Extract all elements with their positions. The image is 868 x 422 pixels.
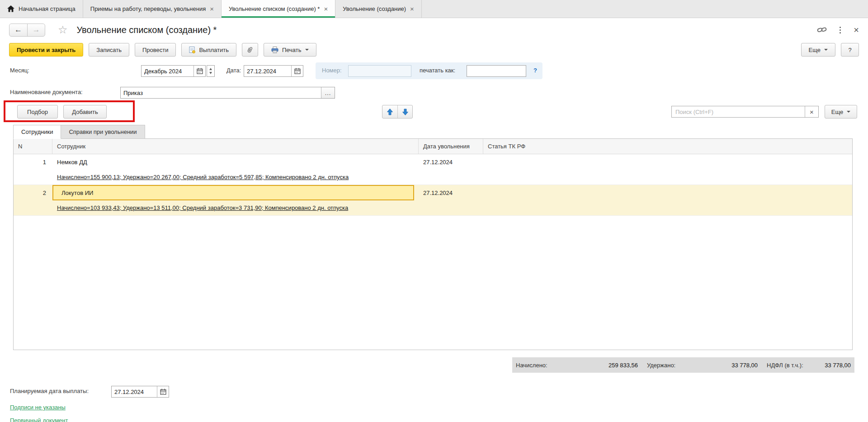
favorite-star-icon[interactable]: ☆ — [58, 24, 68, 35]
tab-close-icon[interactable]: × — [324, 5, 328, 12]
pick-label: Подбор — [27, 109, 48, 115]
accrued-total-label: Начислено: — [516, 362, 566, 369]
tab-label: Увольнение (создание) — [343, 5, 406, 12]
dismissal-date-cell[interactable]: 27.12.2024 — [419, 159, 483, 166]
close-document-icon[interactable]: × — [854, 25, 859, 34]
save-label: Записать — [96, 47, 122, 53]
accruals-details-link[interactable]: Начислено=103 933,43; Удержано=13 511,00… — [57, 204, 348, 211]
move-row-buttons — [382, 105, 413, 119]
dismissal-date-cell[interactable]: 27.12.2024 — [419, 190, 483, 196]
save-button[interactable]: Записать — [89, 43, 129, 57]
chevron-down-icon — [824, 49, 828, 52]
choose-button[interactable]: ... — [321, 87, 335, 98]
table-row-details[interactable]: Начислено=103 933,43; Удержано=13 511,00… — [14, 200, 852, 216]
tab-home[interactable]: Начальная страница — [0, 0, 83, 18]
planned-date-row: Планируемая дата выплаты: — [0, 385, 868, 399]
planned-date-field-group — [111, 386, 169, 398]
date-label: Дата: — [226, 67, 241, 74]
employee-cell[interactable]: Немков ДД — [52, 154, 419, 170]
step-down-icon[interactable] — [209, 72, 212, 76]
calendar-icon[interactable] — [291, 66, 303, 76]
list-more-button[interactable]: Еще — [825, 105, 857, 119]
kebab-menu-icon[interactable] — [840, 27, 841, 33]
chevron-down-icon — [305, 49, 309, 52]
withheld-total-label: Удержано: — [647, 362, 694, 369]
app-tab-bar: Начальная страница Приемы на работу, пер… — [0, 0, 868, 18]
column-header-employee[interactable]: Сотрудник — [52, 139, 419, 154]
link-icon[interactable] — [817, 25, 827, 34]
employee-name: Немков ДД — [57, 159, 87, 166]
print-label: Печать — [282, 47, 302, 53]
signatures-link[interactable]: Подписи не указаны — [10, 404, 66, 411]
tab-dismissal[interactable]: Увольнение (создание) × — [335, 0, 422, 18]
tab-close-icon[interactable]: × — [410, 5, 414, 12]
selected-cell[interactable]: Локутов ИИ — [52, 185, 414, 200]
print-as-field-group — [467, 65, 526, 77]
post-label: Провести — [142, 47, 169, 53]
ndfl-total-label: НДФЛ (в т.ч.): — [767, 362, 819, 369]
more-button[interactable]: Еще — [801, 43, 835, 57]
search-input[interactable] — [672, 106, 805, 117]
tab-dismissal-list[interactable]: Увольнение списком (создание) * × — [222, 0, 335, 18]
tab-dismissal-certificates[interactable]: Справки при увольнении — [61, 125, 145, 139]
print-button[interactable]: Печать — [264, 43, 316, 57]
header-right-controls: × — [817, 25, 859, 34]
number-input — [349, 66, 411, 76]
document-toolbar: Провести и закрыть Записать Провести Вып… — [0, 42, 868, 58]
doc-name-field-group: ... — [120, 87, 335, 99]
accruals-details-link[interactable]: Начислено=155 900,13; Удержано=20 267,00… — [57, 174, 349, 180]
more-label: Еще — [809, 47, 821, 53]
attachments-button[interactable] — [242, 43, 258, 57]
employee-cell[interactable]: Локутов ИИ — [52, 185, 419, 200]
fields-row: Месяц: Дата: Номер: печатать как: ? — [0, 65, 868, 78]
withheld-total-value: 33 778,00 — [694, 362, 758, 369]
back-button[interactable]: ← — [9, 24, 27, 36]
month-stepper[interactable] — [207, 65, 215, 77]
row-number-cell: 2 — [14, 190, 52, 196]
print-as-input[interactable] — [467, 66, 526, 76]
doc-name-label: Наименование документа: — [10, 89, 83, 95]
table-row[interactable]: 2 Локутов ИИ 27.12.2024 — [14, 185, 852, 200]
move-down-button[interactable] — [397, 105, 412, 118]
employee-name: Локутов ИИ — [61, 190, 93, 196]
date-input[interactable] — [244, 66, 291, 76]
move-up-button[interactable] — [382, 105, 397, 118]
field-help-link[interactable]: ? — [533, 67, 537, 74]
doc-name-input[interactable] — [121, 87, 321, 98]
post-button[interactable]: Провести — [135, 43, 176, 57]
pick-button[interactable]: Подбор — [17, 105, 58, 119]
employees-table: N Сотрудник Дата увольнения Статья ТК РФ… — [13, 138, 853, 350]
column-header-dismissal-date[interactable]: Дата увольнения — [419, 139, 483, 154]
help-button[interactable]: ? — [841, 43, 859, 57]
forward-button[interactable]: → — [27, 24, 45, 36]
date-field-group — [244, 65, 303, 77]
tab-close-icon[interactable]: × — [210, 5, 214, 12]
page-title: Увольнение списком (создание) * — [77, 25, 217, 35]
row-number-cell: 1 — [14, 159, 52, 166]
search-field-group: × — [671, 106, 819, 118]
add-button[interactable]: Добавить — [63, 105, 107, 119]
calendar-icon[interactable] — [157, 386, 169, 397]
home-icon — [7, 5, 14, 12]
table-row[interactable]: 1 Немков ДД 27.12.2024 — [14, 154, 852, 170]
pay-button[interactable]: Выплатить — [181, 43, 236, 57]
month-input[interactable] — [142, 66, 193, 76]
planned-date-input[interactable] — [112, 386, 157, 397]
printer-icon — [271, 47, 278, 53]
step-up-icon[interactable] — [209, 66, 212, 70]
clear-search-icon[interactable]: × — [805, 106, 818, 117]
back-icon: ← — [14, 25, 22, 34]
column-header-article[interactable]: Статья ТК РФ — [483, 139, 852, 154]
tab-employees[interactable]: Сотрудники — [13, 125, 61, 139]
table-row-details[interactable]: Начислено=155 900,13; Удержано=20 267,00… — [14, 170, 852, 185]
pay-document-icon — [189, 47, 195, 53]
post-and-close-button[interactable]: Провести и закрыть — [9, 43, 83, 57]
tab-label: Увольнение списком (создание) * — [229, 5, 320, 12]
calendar-icon[interactable] — [193, 66, 205, 76]
help-label: ? — [848, 47, 851, 53]
primary-document-link[interactable]: Первичный документ — [10, 417, 68, 422]
forward-icon: → — [33, 25, 40, 34]
number-field-group — [348, 65, 411, 77]
column-header-n[interactable]: N — [14, 139, 52, 154]
tab-hirings-transfers[interactable]: Приемы на работу, переводы, увольнения × — [83, 0, 222, 18]
